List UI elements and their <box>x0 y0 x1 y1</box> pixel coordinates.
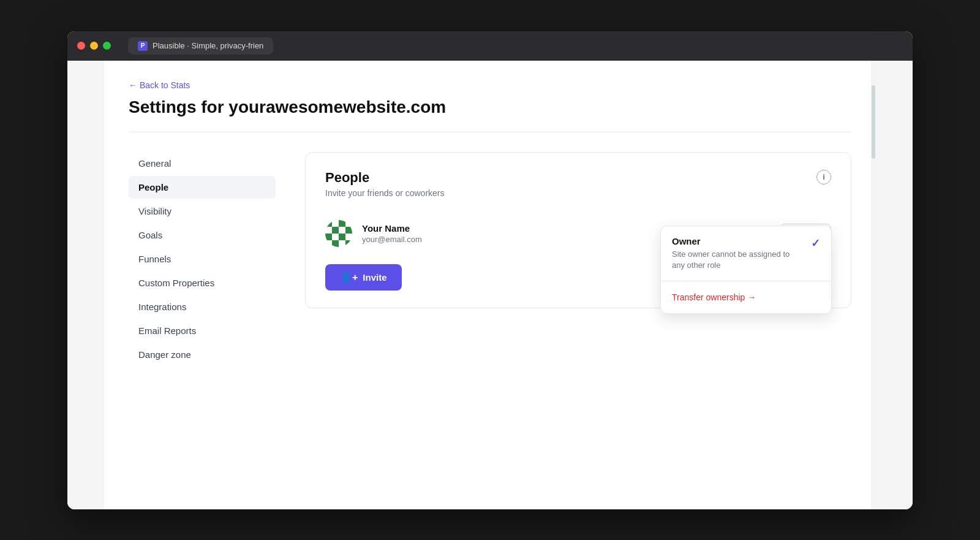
transfer-ownership-label: Transfer ownership → <box>672 292 756 302</box>
section-header: People Invite your friends or coworkers … <box>325 170 831 198</box>
browser-chrome: P Plausible · Simple, privacy-frien <box>67 31 913 61</box>
invite-user-icon: 👤+ <box>340 272 358 283</box>
role-dropdown-menu: Owner Site owner cannot be assigned to a… <box>660 226 832 314</box>
settings-sidebar: General People Visibility Goals Funnels <box>129 152 276 367</box>
browser-content: ← Back to Stats Settings for yourawesome… <box>67 61 913 509</box>
section-header-text: People Invite your friends or coworkers <box>325 170 445 198</box>
sidebar-item-people[interactable]: People <box>129 176 276 199</box>
dropdown-transfer-section: Transfer ownership → <box>661 281 831 313</box>
back-to-stats-link[interactable]: ← Back to Stats <box>129 80 851 90</box>
sidebar-item-integrations[interactable]: Integrations <box>129 295 276 318</box>
scrollbar[interactable] <box>871 61 876 509</box>
sidebar-item-goals[interactable]: Goals <box>129 224 276 246</box>
scrollbar-thumb <box>872 85 875 159</box>
sidebar-item-danger-zone[interactable]: Danger zone <box>129 343 276 366</box>
main-content: People Invite your friends or coworkers … <box>305 152 851 308</box>
sidebar-item-email-reports[interactable]: Email Reports <box>129 319 276 342</box>
member-email: your@email.com <box>362 235 422 244</box>
traffic-lights <box>77 42 111 50</box>
page-title: Settings for yourawesome​website.com <box>129 97 851 117</box>
dropdown-owner-item[interactable]: Owner Site owner cannot be assigned to a… <box>672 236 820 271</box>
dropdown-item-text: Owner Site owner cannot be assigned to a… <box>672 236 804 271</box>
member-details: Your Name your@email.com <box>362 223 422 244</box>
sidebar-item-general[interactable]: General <box>129 152 276 175</box>
sidebar-item-custom-properties[interactable]: Custom Properties <box>129 272 276 294</box>
settings-layout: General People Visibility Goals Funnels <box>129 152 851 367</box>
tab-favicon: P <box>138 41 148 51</box>
page-container: ← Back to Stats Settings for yourawesome… <box>104 61 876 509</box>
dropdown-owner-desc: Site owner cannot be assigned to any oth… <box>672 249 804 271</box>
dropdown-owner-label: Owner <box>672 236 804 246</box>
transfer-ownership-link[interactable]: Transfer ownership → <box>672 291 820 303</box>
browser-window: P Plausible · Simple, privacy-frien ← Ba… <box>67 31 913 509</box>
maximize-button[interactable] <box>103 42 111 50</box>
tab-title: Plausible · Simple, privacy-frien <box>153 41 263 50</box>
section-title: People <box>325 170 445 186</box>
member-name: Your Name <box>362 223 422 234</box>
invite-button[interactable]: 👤+ Invite <box>325 264 402 291</box>
page-divider <box>129 132 851 132</box>
sidebar-item-funnels[interactable]: Funnels <box>129 248 276 270</box>
checkmark-icon: ✓ <box>811 237 820 250</box>
dropdown-owner-section: Owner Site owner cannot be assigned to a… <box>661 226 831 281</box>
close-button[interactable] <box>77 42 85 50</box>
minimize-button[interactable] <box>90 42 98 50</box>
browser-tab[interactable]: P Plausible · Simple, privacy-frien <box>128 37 273 55</box>
info-icon[interactable]: i <box>816 170 831 184</box>
member-info: Your Name your@email.com <box>325 220 422 247</box>
sidebar-item-visibility[interactable]: Visibility <box>129 200 276 222</box>
avatar <box>325 220 352 247</box>
invite-button-label: Invite <box>363 272 386 283</box>
section-subtitle: Invite your friends or coworkers <box>325 188 445 198</box>
